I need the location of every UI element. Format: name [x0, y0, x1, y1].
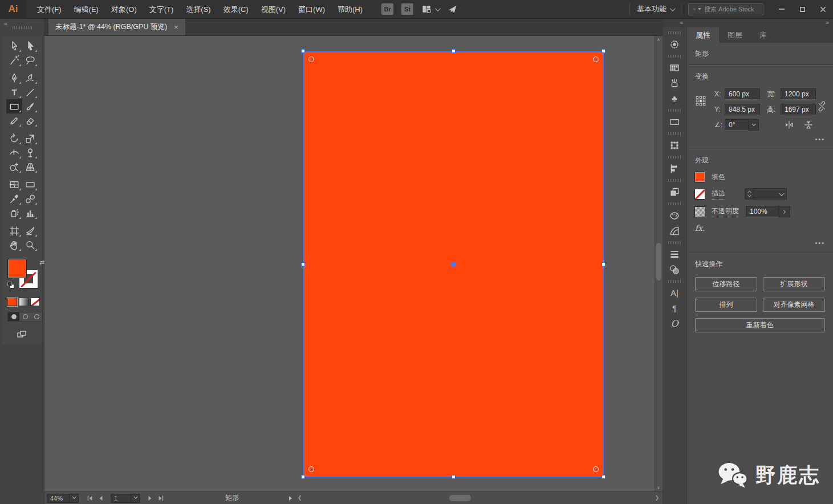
panel-grip[interactable] [668, 55, 681, 58]
stroke-panel-panel-icon[interactable] [663, 246, 686, 262]
expand-shape-button[interactable]: 扩展形状 [763, 277, 825, 291]
y-field[interactable]: 848.5 px [725, 104, 760, 115]
selection-handle-nw[interactable] [301, 49, 305, 53]
selection-handle-s[interactable] [452, 475, 456, 479]
shaper-tool[interactable] [6, 113, 22, 128]
curvature-tool[interactable] [22, 71, 38, 85]
screen-mode-button[interactable] [15, 328, 42, 340]
selection-center-point[interactable] [452, 262, 456, 266]
pen-tool[interactable] [6, 71, 22, 85]
previous-artboard-button[interactable] [97, 495, 104, 502]
symbol-sprayer-tool[interactable] [6, 206, 22, 220]
status-display[interactable]: 矩形 [170, 493, 294, 503]
artboard-tool[interactable] [6, 223, 22, 238]
arrange-documents-button[interactable] [421, 4, 439, 14]
share-icon[interactable] [447, 4, 458, 15]
type-tool[interactable]: T [6, 85, 22, 99]
appearance-panel-icon[interactable] [663, 208, 686, 223]
reference-point-selector[interactable] [695, 95, 706, 107]
transform-panel-icon[interactable] [663, 137, 686, 153]
align-panel-icon[interactable] [663, 161, 686, 176]
offset-path-button[interactable]: 位移路径 [695, 277, 757, 291]
opacity-label[interactable]: 不透明度 [712, 206, 739, 217]
slice-tool[interactable] [22, 223, 38, 238]
color-panel-icon[interactable] [663, 36, 686, 52]
opacity-field[interactable]: 100% [746, 206, 779, 217]
panel-grip[interactable] [668, 132, 681, 135]
eraser-tool[interactable] [22, 113, 38, 128]
artboard-chevron-icon[interactable] [131, 494, 140, 503]
stroke-color-swatch[interactable] [695, 189, 705, 199]
symbols-panel-icon[interactable]: ♣ [663, 91, 686, 106]
opentype-panel-icon[interactable]: O [663, 316, 686, 331]
appearance-more-options[interactable]: ••• [695, 238, 825, 252]
panel-grip[interactable] [668, 156, 681, 158]
blend-tool[interactable] [22, 192, 38, 206]
arrange-button[interactable]: 排列 [695, 298, 757, 312]
selection-handle-w[interactable] [301, 262, 305, 266]
puppet-warp-tool[interactable] [22, 145, 38, 160]
perspective-grid-tool[interactable] [22, 160, 38, 174]
panel-grip[interactable] [668, 179, 681, 182]
color-mode-button[interactable] [7, 298, 17, 306]
first-artboard-button[interactable] [87, 495, 94, 502]
tab-close-icon[interactable]: × [174, 23, 178, 31]
corner-radius-widget[interactable] [308, 466, 314, 472]
paintbrush-tool[interactable] [22, 99, 38, 113]
close-button[interactable] [812, 0, 833, 19]
menu-help[interactable]: 帮助(H) [331, 0, 369, 19]
vertical-scrollbar[interactable]: ∧ ∨ [655, 36, 663, 491]
constrain-proportions-icon[interactable] [816, 101, 827, 112]
flip-horizontal-icon[interactable] [784, 120, 794, 130]
stroke-label[interactable]: 描边 [712, 189, 725, 200]
selection-handle-sw[interactable] [301, 475, 305, 479]
tab-属性[interactable]: 属性 [687, 27, 719, 43]
draw-normal-button[interactable] [8, 312, 19, 321]
selection-handle-e[interactable] [602, 262, 606, 266]
flip-vertical-icon[interactable] [803, 120, 814, 130]
selection-tool[interactable] [6, 39, 22, 53]
magic-wand-tool[interactable] [6, 53, 22, 67]
pathfinder-panel-icon[interactable] [663, 184, 686, 200]
panel-grip[interactable] [668, 241, 681, 244]
scale-tool[interactable] [22, 131, 38, 145]
workspace-switcher[interactable]: 基本功能 [637, 4, 674, 14]
selection-handle-n[interactable] [452, 49, 456, 53]
paragraph-panel-icon[interactable]: ¶ [663, 300, 686, 316]
none-mode-button[interactable] [30, 298, 40, 306]
search-input[interactable] [704, 6, 759, 13]
transparency-panel-icon[interactable] [663, 262, 686, 277]
menu-edit[interactable]: 编辑(E) [68, 0, 105, 19]
artboard-number-select[interactable]: 1 [111, 494, 140, 503]
character-panel-icon[interactable]: A| [663, 285, 686, 300]
status-options-icon[interactable] [289, 496, 292, 501]
stock-search-box[interactable] [688, 3, 763, 15]
panel-grip[interactable] [668, 109, 681, 112]
menu-view[interactable]: 视图(V) [255, 0, 292, 19]
shape-builder-tool[interactable] [6, 160, 22, 174]
stock-button[interactable]: St [401, 3, 413, 15]
gradient-panel-icon[interactable] [663, 114, 686, 129]
panel-grip[interactable] [668, 202, 681, 205]
menu-object[interactable]: 对象(O) [105, 0, 143, 19]
vertical-scroll-thumb[interactable] [656, 243, 661, 281]
zoom-level-select[interactable]: 44% [47, 494, 79, 503]
horizontal-scrollbar[interactable]: ❮ ❯ [296, 494, 660, 503]
effects-button[interactable]: fx. [695, 223, 825, 233]
rotation-chevron-icon[interactable] [749, 119, 759, 131]
lasso-tool[interactable] [22, 53, 38, 67]
hand-tool[interactable] [6, 238, 22, 252]
draw-behind-button[interactable] [19, 312, 31, 321]
panel-grip[interactable] [668, 31, 681, 34]
scroll-right-icon[interactable]: ❯ [655, 495, 659, 501]
gradient-mode-button[interactable] [19, 298, 29, 306]
selection-handle-ne[interactable] [602, 49, 606, 53]
scroll-up-icon[interactable]: ∧ [657, 37, 660, 42]
bridge-button[interactable]: Br [381, 3, 393, 15]
menu-type[interactable]: 文字(T) [143, 0, 180, 19]
width-field[interactable]: 1200 px [781, 88, 816, 100]
tab-库[interactable]: 库 [751, 27, 775, 43]
document-tab[interactable]: 未标题-1* @ 44% (RGB/GPU 预览) × [48, 19, 185, 35]
fill-color-swatch[interactable] [695, 172, 705, 182]
menu-effect[interactable]: 效果(C) [217, 0, 255, 19]
